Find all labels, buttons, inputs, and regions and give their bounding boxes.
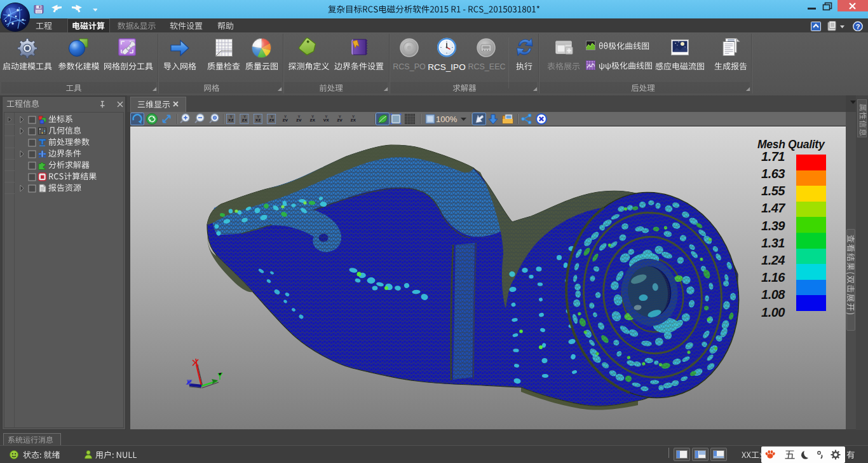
svg-text:100%: 100% (436, 114, 458, 124)
svg-text:?: ? (856, 23, 860, 31)
